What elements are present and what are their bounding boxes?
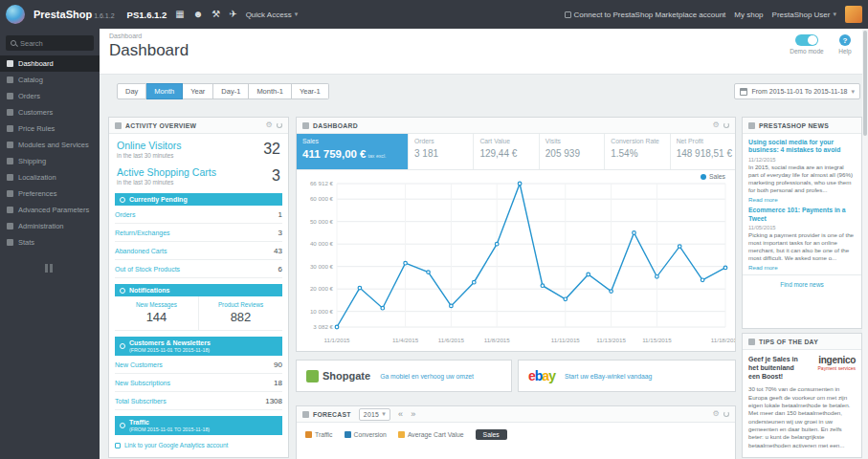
ebay-link[interactable]: Start uw eBay-winkel vandaag xyxy=(565,373,652,380)
gear-icon[interactable]: ⚙ xyxy=(713,121,720,129)
date-range-text: From 2015-11-01 To 2015-11-18 xyxy=(751,88,847,95)
ebay-logo[interactable]: ebay xyxy=(528,368,555,383)
forecast-legend-average-cart-value[interactable]: Average Cart Value xyxy=(398,431,464,438)
read-more-link[interactable]: Read more xyxy=(748,196,856,203)
cart-icon[interactable]: ▦ xyxy=(175,10,184,19)
google-analytics-link[interactable]: Link to your Google Analytics account xyxy=(115,442,282,448)
search-input[interactable] xyxy=(20,39,89,48)
row-label[interactable]: Return/Exchanges xyxy=(115,230,170,236)
sidebar-item-administration[interactable]: Administration xyxy=(0,218,100,234)
refresh-icon[interactable] xyxy=(277,122,282,128)
sidebar-item-label: Advanced Parameters xyxy=(18,206,89,214)
filter-month-button[interactable]: Month xyxy=(146,83,183,99)
sales-line-chart[interactable]: 3 082 €10 000 €20 000 €30 000 €40 000 €5… xyxy=(297,170,735,352)
breadcrumb[interactable]: Dashboard xyxy=(109,33,142,39)
divider xyxy=(743,274,861,275)
forecast-next-button[interactable]: » xyxy=(411,409,415,419)
product-reviews-stat[interactable]: Product Reviews 882 xyxy=(198,296,282,330)
kpi-conversion-rate[interactable]: Conversion Rate 1.54% xyxy=(604,134,669,169)
kpi-visits[interactable]: Visits 205 939 xyxy=(539,134,604,169)
row-label[interactable]: Abandoned Carts xyxy=(115,248,167,254)
filter-year-button[interactable]: Year xyxy=(183,83,213,99)
sidebar-collapse-button[interactable] xyxy=(45,264,55,273)
sidebar-item-orders[interactable]: Orders xyxy=(0,88,100,104)
demo-mode-toggle[interactable] xyxy=(795,34,818,46)
gear-icon[interactable]: ⚙ xyxy=(713,410,720,418)
sidebar-search[interactable] xyxy=(6,35,94,51)
news-article-title[interactable]: Ecommerce 101: Payments in a Tweet xyxy=(748,207,856,223)
sidebar-item-customers[interactable]: Customers xyxy=(0,104,100,120)
tips-panel: TIPS OF THE DAY Geef je Sales in het bui… xyxy=(742,333,862,458)
dashboard-panel-title: DASHBOARD xyxy=(313,122,358,129)
pending-row-out-of-stock: Out of Stock Products6 xyxy=(115,260,282,278)
forecast-legend-conversion[interactable]: Conversion xyxy=(345,431,387,438)
conversion-checkbox[interactable] xyxy=(345,431,351,438)
my-shop-link[interactable]: My shop xyxy=(734,11,763,19)
filter-day-1-button[interactable]: Day-1 xyxy=(213,83,249,99)
forecast-prev-button[interactable]: « xyxy=(398,409,403,419)
row-label[interactable]: New Customers xyxy=(115,361,163,368)
forecast-sales-button[interactable]: Sales xyxy=(476,429,507,440)
kpi-note: tax excl. xyxy=(368,153,387,159)
sidebar-item-dashboard[interactable]: Dashboard xyxy=(0,55,100,72)
legend-label: Conversion xyxy=(354,431,387,438)
filter-month-1-button[interactable]: Month-1 xyxy=(249,83,292,99)
ingenico-logo[interactable]: ingenico Payment services xyxy=(818,355,856,381)
forecast-legend-traffic[interactable]: Traffic xyxy=(305,431,333,438)
row-label[interactable]: Orders xyxy=(115,211,135,218)
rocket-icon[interactable]: ✈ xyxy=(229,10,236,19)
row-label[interactable]: Out of Stock Products xyxy=(115,266,180,273)
sidebar-item-stats[interactable]: Stats xyxy=(0,234,100,251)
activity-overview-panel: ACTIVITY OVERVIEW ⚙ 32 Online Visitors i… xyxy=(108,117,289,458)
online-visitors-link[interactable]: Online Visitors xyxy=(117,140,280,151)
people-icon xyxy=(120,343,125,349)
refresh-icon[interactable] xyxy=(723,411,729,417)
find-more-news-link[interactable]: Find more news xyxy=(748,279,856,292)
row-label[interactable]: New Subscriptions xyxy=(115,380,170,386)
sidebar-item-modules[interactable]: Modules and Services xyxy=(0,137,100,153)
sidebar-item-preferences[interactable]: Preferences xyxy=(0,186,100,202)
shopgate-link[interactable]: Ga mobiel en verhoog uw omzet xyxy=(380,373,474,380)
marketplace-connect-link[interactable]: Connect to PrestaShop Marketplace accoun… xyxy=(565,11,726,19)
filter-day-button[interactable]: Day xyxy=(117,83,146,99)
row-label[interactable]: Total Subscribers xyxy=(115,398,167,404)
prestashop-logo[interactable] xyxy=(6,5,25,24)
refresh-icon[interactable] xyxy=(723,122,729,128)
sidebar-item-catalog[interactable]: Catalog xyxy=(0,72,100,88)
svg-text:11/15/2015: 11/15/2015 xyxy=(642,337,672,343)
quick-access-menu[interactable]: Quick Access▾ xyxy=(246,11,299,19)
sidebar-item-localization[interactable]: Localization xyxy=(0,169,100,186)
sidebar-item-price-rules[interactable]: Price Rules xyxy=(0,120,100,137)
kpi-orders[interactable]: Orders 3 181 xyxy=(408,134,473,169)
shopgate-logo[interactable]: Shopgate xyxy=(306,370,370,382)
profile-icon[interactable]: ☻ xyxy=(193,10,204,19)
kpi-sales[interactable]: Sales 411 759,00 €tax excl. xyxy=(297,134,408,169)
date-filter-buttons: Day Month Year Day-1 Month-1 Year-1 xyxy=(117,83,329,99)
news-article-title[interactable]: Using social media for your business: 4 … xyxy=(748,139,856,155)
new-messages-stat[interactable]: New Messages 144 xyxy=(115,296,198,330)
gear-icon[interactable]: ⚙ xyxy=(266,121,273,129)
traffic-checkbox[interactable] xyxy=(305,431,312,438)
date-range-picker[interactable]: From 2015-11-01 To 2015-11-18 ▾ xyxy=(734,83,860,99)
active-carts-link[interactable]: Active Shopping Carts xyxy=(117,166,280,178)
sidebar-item-shipping[interactable]: Shipping xyxy=(0,153,100,169)
kpi-value: 205 939 xyxy=(545,148,598,159)
read-more-link[interactable]: Read more xyxy=(748,264,856,271)
prestashop-admin-dashboard: PrestaShop1.6.1.2 PS1.6.1.2 ▦ ☻ ⚒ ✈ Quic… xyxy=(0,0,868,459)
filter-year-1-button[interactable]: Year-1 xyxy=(292,83,329,99)
scrollbar-thumb[interactable] xyxy=(863,31,867,136)
wrench-icon[interactable]: ⚒ xyxy=(211,10,220,19)
forecast-year-select[interactable]: 2015▾ xyxy=(359,408,390,421)
shop-name-link[interactable]: PS1.6.1.2 xyxy=(127,10,167,20)
chevron-down-icon: ▾ xyxy=(382,410,386,418)
page-scrollbar[interactable] xyxy=(862,29,868,459)
forecast-year-value: 2015 xyxy=(364,411,379,418)
kpi-net-profit[interactable]: Net Profit 148 918,51 € xyxy=(670,134,735,169)
user-avatar[interactable] xyxy=(845,6,862,23)
user-menu[interactable]: PrestaShop User▾ xyxy=(772,11,836,19)
kpi-cart-value[interactable]: Cart Value 129,44 € xyxy=(473,134,538,169)
help-icon[interactable]: ? xyxy=(839,34,851,46)
chart-legend[interactable]: Sales xyxy=(701,173,725,180)
average-cart-value-checkbox[interactable] xyxy=(398,431,405,438)
sidebar-item-advanced-parameters[interactable]: Advanced Parameters xyxy=(0,202,100,218)
